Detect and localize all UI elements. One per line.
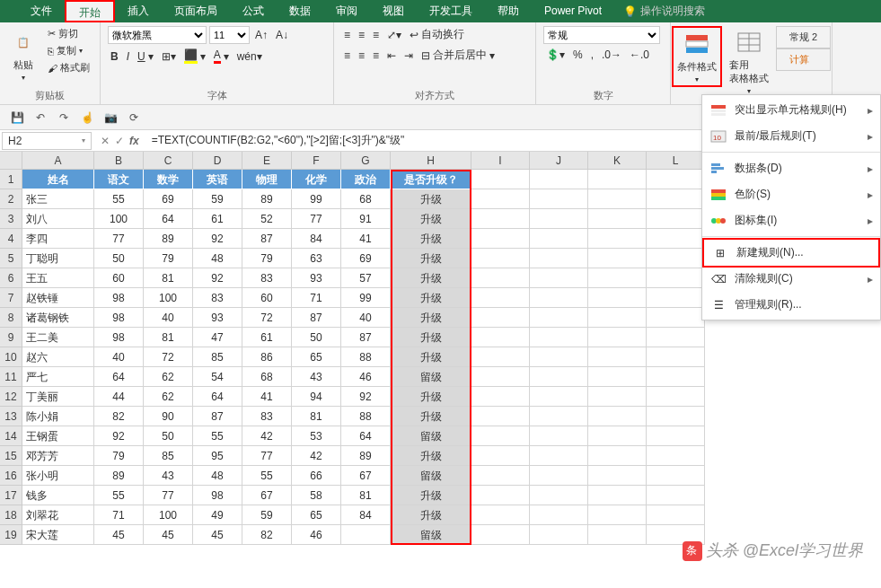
data-cell[interactable]: 72 [242, 308, 292, 328]
data-cell[interactable]: 87 [193, 407, 242, 426]
empty-cell[interactable] [471, 288, 530, 308]
empty-cell[interactable] [588, 170, 647, 189]
empty-cell[interactable] [530, 466, 588, 486]
result-cell[interactable]: 留级 [391, 367, 471, 387]
data-cell[interactable]: 89 [94, 466, 144, 486]
align-right-button[interactable]: ≡ [370, 48, 382, 63]
table-header[interactable]: 数学 [144, 170, 193, 189]
empty-cell[interactable] [588, 367, 647, 387]
col-header-J[interactable]: J [530, 152, 588, 170]
empty-cell[interactable] [647, 209, 705, 229]
increase-font-button[interactable]: A↑ [252, 28, 270, 42]
data-cell[interactable]: 40 [144, 308, 193, 328]
result-cell[interactable]: 升级 [391, 308, 471, 328]
data-cell[interactable]: 47 [193, 328, 242, 347]
font-size-combo[interactable]: 11 [209, 26, 250, 44]
name-cell[interactable]: 宋大莲 [22, 525, 94, 545]
data-cell[interactable]: 59 [193, 189, 242, 209]
data-cell[interactable]: 69 [144, 189, 193, 209]
data-cell[interactable]: 67 [341, 466, 391, 486]
empty-cell[interactable] [530, 347, 588, 367]
name-cell[interactable]: 丁美丽 [22, 387, 94, 407]
empty-cell[interactable] [530, 407, 588, 426]
empty-cell[interactable] [471, 229, 530, 249]
number-format-combo[interactable]: 常规 [543, 26, 660, 44]
data-cell[interactable]: 64 [341, 426, 391, 446]
tab-review[interactable]: 审阅 [323, 0, 370, 22]
row-header-1[interactable]: 1 [0, 170, 22, 189]
table-header[interactable]: 英语 [193, 170, 242, 189]
name-cell[interactable]: 张三 [22, 189, 94, 209]
data-cell[interactable]: 53 [292, 426, 341, 446]
col-header-I[interactable]: I [471, 152, 530, 170]
data-cell[interactable]: 54 [193, 367, 242, 387]
data-cell[interactable]: 81 [341, 486, 391, 505]
cell-style-calc[interactable]: 计算 [776, 48, 831, 71]
empty-cell[interactable] [588, 347, 647, 367]
data-cell[interactable]: 99 [341, 288, 391, 308]
data-cell[interactable]: 41 [341, 229, 391, 249]
empty-cell[interactable] [647, 170, 705, 189]
data-cell[interactable]: 77 [292, 209, 341, 229]
data-cell[interactable]: 81 [292, 407, 341, 426]
name-cell[interactable]: 刘翠花 [22, 505, 94, 525]
italic-button[interactable]: I [124, 49, 132, 64]
result-cell[interactable]: 留级 [391, 525, 471, 545]
data-cell[interactable]: 45 [94, 525, 144, 545]
empty-cell[interactable] [588, 387, 647, 407]
data-cell[interactable]: 77 [94, 229, 144, 249]
empty-cell[interactable] [530, 446, 588, 466]
redo-button[interactable]: ↷ [56, 110, 72, 126]
col-header-G[interactable]: G [341, 152, 391, 170]
data-cell[interactable]: 45 [193, 525, 242, 545]
data-cell[interactable]: 87 [242, 229, 292, 249]
data-cell[interactable]: 81 [144, 328, 193, 347]
empty-cell[interactable] [530, 170, 588, 189]
data-cell[interactable]: 82 [242, 525, 292, 545]
empty-cell[interactable] [471, 387, 530, 407]
refresh-button[interactable]: ⟳ [126, 110, 142, 126]
data-cell[interactable]: 79 [144, 249, 193, 268]
data-cell[interactable]: 89 [242, 189, 292, 209]
empty-cell[interactable] [471, 347, 530, 367]
data-cell[interactable]: 52 [242, 209, 292, 229]
data-cell[interactable]: 84 [292, 229, 341, 249]
empty-cell[interactable] [647, 268, 705, 288]
col-header-B[interactable]: B [94, 152, 144, 170]
undo-button[interactable]: ↶ [32, 110, 48, 126]
align-left-button[interactable]: ≡ [341, 48, 353, 63]
data-cell[interactable]: 93 [292, 268, 341, 288]
empty-cell[interactable] [588, 426, 647, 446]
data-cell[interactable]: 85 [144, 446, 193, 466]
data-cell[interactable]: 62 [144, 387, 193, 407]
col-header-C[interactable]: C [144, 152, 193, 170]
data-cell[interactable]: 83 [242, 268, 292, 288]
cancel-formula-button[interactable]: ✕ [101, 135, 110, 147]
data-cell[interactable]: 50 [94, 249, 144, 268]
name-cell[interactable]: 陈小娟 [22, 407, 94, 426]
data-cell[interactable]: 40 [341, 308, 391, 328]
row-header[interactable]: 19 [0, 525, 22, 545]
table-header[interactable]: 是否升级？ [391, 170, 471, 189]
cf-manage-rules[interactable]: ☰ 管理规则(R)... [702, 292, 880, 318]
data-cell[interactable]: 85 [193, 347, 242, 367]
empty-cell[interactable] [471, 328, 530, 347]
data-cell[interactable]: 49 [193, 505, 242, 525]
data-cell[interactable]: 57 [341, 268, 391, 288]
data-cell[interactable]: 83 [193, 288, 242, 308]
col-header-H[interactable]: H [391, 152, 471, 170]
col-header-F[interactable]: F [292, 152, 341, 170]
result-cell[interactable]: 升级 [391, 288, 471, 308]
result-cell[interactable]: 升级 [391, 486, 471, 505]
empty-cell[interactable] [647, 249, 705, 268]
name-cell[interactable]: 王五 [22, 268, 94, 288]
tab-file[interactable]: 文件 [18, 0, 65, 22]
row-header[interactable]: 11 [0, 367, 22, 387]
empty-cell[interactable] [471, 466, 530, 486]
data-cell[interactable]: 93 [193, 308, 242, 328]
name-cell[interactable]: 王钢蛋 [22, 426, 94, 446]
data-cell[interactable]: 81 [144, 268, 193, 288]
name-cell[interactable]: 严七 [22, 367, 94, 387]
tab-view[interactable]: 视图 [370, 0, 417, 22]
data-cell[interactable]: 68 [341, 189, 391, 209]
